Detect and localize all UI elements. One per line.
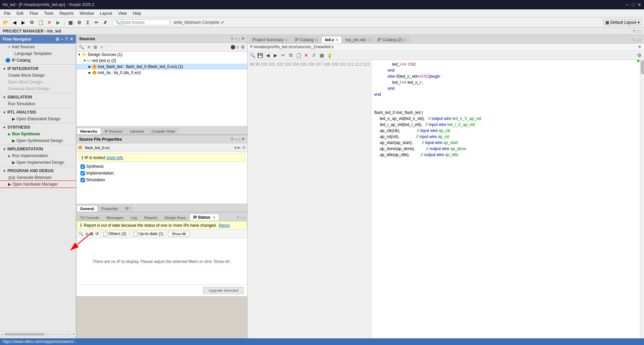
nav-run-synthesis[interactable]: ▶ Run Synthesis <box>0 131 76 137</box>
nav-run-implementation[interactable]: ▶ Run Implementation <box>0 152 76 159</box>
editor-tab-top-pin[interactable]: top_pin.xdc ✕ <box>342 36 374 43</box>
synthesis-checkbox[interactable] <box>80 164 85 169</box>
ila-expand-icon[interactable]: ▶ <box>89 71 91 74</box>
sources-gear-icon[interactable]: ⚙ <box>240 44 246 50</box>
code-scrollbar[interactable] <box>640 60 644 340</box>
sfp-close-btn[interactable]: ✕ <box>241 137 245 141</box>
flow-nav-scrollbar[interactable]: ▲ ▼ <box>0 332 76 336</box>
editor-tab-project-summary[interactable]: Project Summary ✕ <box>249 36 291 43</box>
tab-close-led-v[interactable]: ✕ <box>335 38 338 42</box>
tab-log[interactable]: Log <box>127 214 141 221</box>
editor-copy-icon[interactable]: ⧉ <box>287 52 294 59</box>
menu-flow[interactable]: Flow <box>27 10 41 16</box>
impl-btn[interactable]: ▦ <box>67 19 74 26</box>
led-source[interactable]: ▼ ● ● led (led.v) (2) <box>76 58 247 64</box>
edit-btn[interactable]: ✏ <box>93 19 100 26</box>
editor-gear-icon[interactable]: ⚙ <box>636 52 643 59</box>
menu-help[interactable]: Help <box>130 10 144 16</box>
ip-status-tab-close[interactable]: ✕ <box>213 216 215 219</box>
others-filter[interactable]: Others (2) <box>101 230 129 237</box>
nav-create-block-design[interactable]: Create Block Design <box>0 72 76 79</box>
ds-expand-icon[interactable]: ▼ <box>78 53 81 56</box>
menu-window[interactable]: Window <box>77 10 97 16</box>
close-btn[interactable]: ✕ <box>637 2 641 7</box>
flow-nav-pin[interactable]: ⊟ <box>56 37 59 42</box>
paste-btn[interactable]: 📋 <box>37 19 44 26</box>
nav-language-templates[interactable]: 📄 Language Templates <box>0 50 76 57</box>
tab-ip-status[interactable]: IP Status ✕ <box>190 214 219 221</box>
nav-open-elaborated[interactable]: ▶ Open Elaborated Design <box>0 116 76 122</box>
ip-filter-icon[interactable]: ≡ <box>86 231 88 236</box>
sources-min-btn[interactable]: − <box>234 37 236 41</box>
flow-nav-question[interactable]: ? <box>65 37 68 42</box>
nav-open-implemented[interactable]: ▶ Open Implemented Design <box>0 159 76 166</box>
sfp-forward-btn[interactable]: ▶ <box>238 145 240 150</box>
menu-reports[interactable]: Reports <box>57 10 76 16</box>
settings-btn[interactable]: ⚙ <box>75 19 83 26</box>
scroll-down-btn[interactable]: ▼ <box>72 333 75 336</box>
tab-close-ip-catalog[interactable]: ✕ <box>315 38 318 42</box>
flow-nav-controls[interactable]: ⊟ − ? ✕ <box>56 37 73 42</box>
sources-close-btn[interactable]: ✕ <box>241 37 245 41</box>
sources-expand-icon[interactable]: ⊞ <box>93 44 98 50</box>
nav-section-rtl[interactable]: ▼ RTL ANALYSIS <box>0 109 76 116</box>
others-checkbox[interactable] <box>103 232 107 236</box>
inst-flash-source[interactable]: ▶ 🔶 inst_flash_led : flash_led_0 (flash_… <box>76 64 247 70</box>
run-btn[interactable]: ▶ <box>54 19 62 26</box>
nav-ip-catalog[interactable]: 🔵 IP Catalog <box>0 57 76 64</box>
code-content[interactable]: led_i <= 1'b0; end else if(led_o_vld==1'… <box>372 60 640 340</box>
rerun-link[interactable]: Rerun <box>219 223 230 228</box>
editor-bulb-icon[interactable]: 💡 <box>326 52 333 59</box>
tab-messages[interactable]: Messages <box>103 214 127 221</box>
window-controls[interactable]: ─ □ ✕ <box>626 2 641 7</box>
minimize-btn[interactable]: ─ <box>626 2 629 7</box>
sfp-tab-general[interactable]: General <box>76 205 98 212</box>
redo-btn[interactable]: ▶ <box>19 19 27 26</box>
tab-close-ip-catalog2[interactable]: ✕ <box>404 38 406 42</box>
menu-file[interactable]: File <box>1 10 13 16</box>
sources-help-btn[interactable]: ? <box>231 37 233 41</box>
tab-compile-order[interactable]: Compile Order <box>148 128 179 134</box>
menu-layout[interactable]: Layout <box>97 10 115 16</box>
design-sources-root[interactable]: ▼ 📁 Design Sources (1) <box>76 52 247 58</box>
tab-hierarchy[interactable]: Hierarchy <box>76 128 101 134</box>
sources-filter-icon[interactable]: ≡ <box>87 44 91 50</box>
nav-add-sources[interactable]: + Add Sources <box>0 44 76 50</box>
editor-tab-led-v[interactable]: led.v ✕ <box>321 36 342 43</box>
uptodate-checkbox[interactable] <box>133 232 138 236</box>
tab-tcl-console[interactable]: Tcl Console <box>76 214 103 221</box>
layout-dropdown[interactable]: ▦ Default Layout ▾ <box>603 19 642 26</box>
sfp-tab-ip[interactable]: IP <box>122 205 132 212</box>
tab-reports[interactable]: Reports <box>141 214 161 221</box>
editor-save-icon[interactable]: 💾 <box>257 52 263 59</box>
open-btn[interactable]: 📂 <box>2 19 9 26</box>
menu-view[interactable]: View <box>115 10 129 16</box>
nav-run-simulation[interactable]: Run Simulation <box>0 100 76 107</box>
search-input[interactable] <box>120 20 167 25</box>
simulation-checkbox[interactable] <box>80 178 85 182</box>
editor-comment-icon[interactable]: // <box>311 52 317 59</box>
editor-search-icon[interactable]: 🔍 <box>249 52 256 59</box>
editor-cut-icon[interactable]: ✂ <box>280 52 286 59</box>
more-info-link[interactable]: more info <box>106 155 123 160</box>
menu-edit[interactable]: Edit <box>14 10 26 16</box>
tab-close-top-pin[interactable]: ✕ <box>368 38 370 42</box>
editor-format-icon[interactable]: ▦ <box>318 52 325 59</box>
undo-btn[interactable]: ◀ <box>11 19 18 26</box>
uptodate-filter[interactable]: Up-to-date (1) <box>131 230 166 237</box>
sfp-back-btn[interactable]: ◀ <box>234 145 236 150</box>
tab-design-runs[interactable]: Design Runs <box>161 214 190 221</box>
sfp-max-btn[interactable]: □ <box>238 137 240 141</box>
sources-add-icon[interactable]: + <box>100 44 104 50</box>
nav-open-synthesized[interactable]: ▶ Open Synthesized Design <box>0 137 76 144</box>
tab-ip-sources[interactable]: IP Sources <box>101 128 126 134</box>
editor-paste-icon[interactable]: 📋 <box>295 52 302 59</box>
ip-refresh-icon[interactable]: ↺ <box>95 231 99 236</box>
nav-open-block-design[interactable]: Open Block Design <box>0 79 76 85</box>
ip-search-icon[interactable]: 🔍 <box>78 231 84 236</box>
sfp-gear-icon[interactable]: ⚙ <box>242 145 246 150</box>
show-all-button[interactable]: Show All <box>168 231 190 237</box>
editor-delete-icon[interactable]: ✕ <box>303 52 310 59</box>
nav-section-ip-integrator[interactable]: ▼ IP INTEGRATOR <box>0 65 76 72</box>
nav-section-simulation[interactable]: ▼ SIMULATION <box>0 94 76 100</box>
